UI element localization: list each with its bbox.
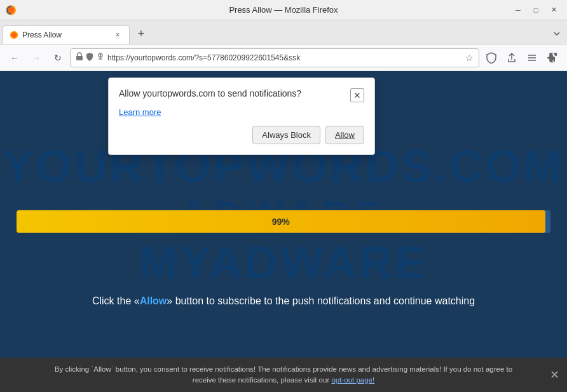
tab-label: Press Allow (22, 30, 62, 39)
url-text: https://yourtopwords.com/?s=577860209922… (107, 53, 463, 62)
tab-bar: Press Allow × + (0, 20, 567, 44)
svg-rect-6 (100, 53, 101, 57)
active-tab[interactable]: Press Allow × (3, 25, 130, 44)
firefox-icon (5, 4, 17, 16)
close-button[interactable]: ✕ (545, 4, 562, 17)
new-tab-button[interactable]: + (132, 25, 150, 43)
progress-text: 99% (272, 216, 290, 226)
camera-mic-icon (96, 52, 105, 63)
watermark-bottom-text: MYADWARE (139, 236, 427, 288)
chevron-down-icon (553, 30, 561, 37)
back-button[interactable]: ← (5, 48, 24, 67)
bottom-text-part1: By clicking `Allow` button, you consent … (55, 365, 512, 373)
nav-bar: ← → ↻ https://yourtopwords.com/?s=577860… (0, 44, 567, 71)
extensions-button[interactable] (543, 48, 562, 67)
popup-close-button[interactable]: ✕ (350, 88, 364, 102)
cta-allow-highlight: Allow (140, 295, 167, 306)
shield-icon (86, 52, 93, 63)
firefox-shield-icon (486, 52, 496, 64)
title-bar: Press Allow — Mozilla Firefox ─ □ ✕ (0, 0, 567, 20)
tab-favicon (10, 30, 18, 39)
upload-icon (507, 53, 517, 63)
svg-rect-4 (76, 56, 83, 60)
bottom-notification-bar: By clicking `Allow` button, you consent … (0, 358, 567, 392)
popup-title: Allow yourtopwords.com to send notificat… (119, 88, 350, 98)
more-button[interactable] (523, 48, 542, 67)
progress-bar-container: 99% (17, 210, 550, 233)
bottom-bar-close-button[interactable]: ✕ (550, 369, 559, 381)
share-button[interactable] (502, 48, 521, 67)
window-controls: ─ □ ✕ (510, 4, 562, 17)
forward-button[interactable]: → (27, 48, 46, 67)
title-bar-left (5, 4, 17, 16)
opt-out-link[interactable]: opt-out page! (331, 376, 374, 384)
https-icon (76, 52, 83, 63)
cta-after: » button to subscribe to the push notifi… (167, 295, 475, 306)
bottom-text-part2: receive these notifications, please visi… (193, 376, 332, 384)
cta-before: Click the « (92, 295, 140, 306)
reload-button[interactable]: ↻ (48, 48, 67, 67)
progress-fill: 99% (17, 210, 545, 233)
learn-more-link[interactable]: Learn more (119, 107, 364, 117)
allow-button-text: Allow (335, 130, 355, 140)
notification-popup: Allow yourtopwords.com to send notificat… (108, 78, 375, 155)
toolbar-icons (482, 48, 562, 67)
minimize-button[interactable]: ─ (510, 4, 526, 17)
popup-buttons: Always Block Allow (119, 126, 364, 144)
main-content: YOURTOPWORDS.COM ADWARE MYADWARE 99% Cli… (0, 71, 567, 358)
always-block-button[interactable]: Always Block (252, 126, 320, 144)
tab-list-button[interactable] (549, 26, 564, 41)
bookmark-icon[interactable]: ☆ (465, 53, 474, 63)
tab-close-button[interactable]: × (113, 30, 123, 40)
extensions-icon (547, 53, 557, 63)
hamburger-icon (527, 53, 537, 63)
cta-text: Click the «Allow» button to subscribe to… (92, 295, 475, 307)
maximize-button[interactable]: □ (528, 4, 544, 17)
popup-header: Allow yourtopwords.com to send notificat… (119, 88, 364, 102)
bottom-bar-message: By clicking `Allow` button, you consent … (10, 364, 557, 386)
shield-toolbar-button[interactable] (482, 48, 501, 67)
svg-point-3 (11, 32, 17, 37)
allow-button[interactable]: Allow (325, 126, 364, 144)
window-title: Press Allow — Mozilla Firefox (229, 5, 338, 15)
address-bar[interactable]: https://yourtopwords.com/?s=577860209922… (70, 48, 479, 67)
